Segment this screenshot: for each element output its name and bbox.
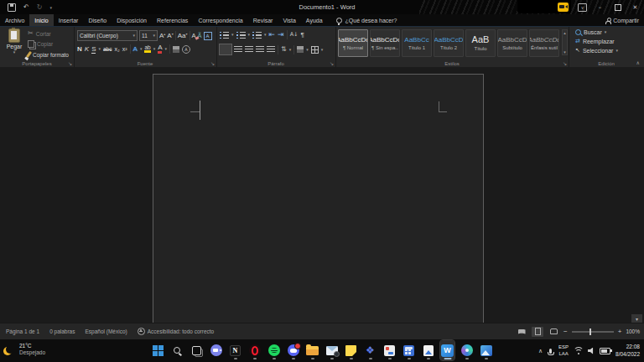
cut-button[interactable]: ✂ Cortar <box>28 30 69 37</box>
taskbar-spotify-icon[interactable] <box>267 340 281 360</box>
save-icon[interactable] <box>8 3 16 12</box>
styles-dialog-launcher-icon[interactable]: ↘ <box>563 60 567 66</box>
style-subtitle[interactable]: AaBbCcD Subtítulo <box>497 29 527 57</box>
font-family-select[interactable]: Calibri (Cuerpo) ▾ <box>77 30 138 41</box>
clipboard-dialog-launcher-icon[interactable]: ↘ <box>68 60 72 66</box>
superscript-button[interactable]: x² <box>122 46 127 52</box>
collapse-ribbon-icon[interactable]: ∧ <box>636 59 640 65</box>
style-normal[interactable]: AaBbCcDd ¶ Normal <box>338 29 368 57</box>
tab-inicio[interactable]: Inicio <box>29 14 53 26</box>
text-effects-dropdown-icon[interactable]: ▾ <box>140 47 143 51</box>
highlight-dropdown-icon[interactable]: ▾ <box>153 47 156 51</box>
taskbar-calculator-app-icon[interactable] <box>402 340 416 360</box>
speaker-icon[interactable] <box>588 348 595 354</box>
taskbar-teams-chat-icon[interactable] <box>209 340 223 360</box>
subscript-button[interactable]: x₂ <box>114 46 119 52</box>
decrease-indent-icon[interactable]: ⇤ <box>269 31 276 39</box>
text-effects-button[interactable]: A <box>133 45 138 53</box>
font-dialog-launcher-icon[interactable]: ↘ <box>210 60 215 66</box>
text-highlight-button[interactable]: ab <box>144 45 150 54</box>
tab-correspondencia[interactable]: Correspondencia <box>193 14 247 26</box>
document-page[interactable] <box>153 74 484 323</box>
replace-button[interactable]: ⇄ Reemplazar <box>575 39 618 44</box>
italic-button[interactable]: K <box>85 45 89 53</box>
taskbar-photos-icon[interactable] <box>479 340 493 360</box>
maximize-button[interactable] <box>609 0 626 14</box>
justify-icon[interactable] <box>256 46 264 53</box>
battery-icon[interactable] <box>600 348 610 354</box>
wifi-icon[interactable] <box>574 347 583 354</box>
scroll-up-icon[interactable]: ▴ <box>564 30 566 35</box>
close-button[interactable]: ✕ <box>626 0 644 14</box>
tab-revisar[interactable]: Revisar <box>248 14 278 26</box>
style-no-spacing[interactable]: AaBbCcDd ¶ Sin espa... <box>370 29 400 57</box>
taskbar-discord-icon[interactable] <box>286 340 300 360</box>
taskbar-notion-icon[interactable]: N <box>228 340 242 360</box>
style-heading-2[interactable]: AaBbCcD Título 2 <box>434 29 464 57</box>
accessibility-status[interactable]: Accesibilidad: todo correcto <box>138 328 215 335</box>
taskbar-gallery-app-icon[interactable] <box>421 340 435 360</box>
taskbar-file-explorer-icon[interactable] <box>305 340 319 360</box>
shrink-font-button[interactable]: A▾ <box>167 33 173 39</box>
paragraph-dialog-launcher-icon[interactable]: ↘ <box>330 60 334 66</box>
multilevel-list-icon[interactable] <box>252 31 262 39</box>
paste-dropdown-icon[interactable]: ▾ <box>13 50 16 54</box>
paste-button[interactable]: Pegar ▾ <box>3 28 26 59</box>
format-painter-button[interactable]: Copiar formato <box>28 51 69 58</box>
underline-button[interactable]: S <box>91 45 96 54</box>
align-right-icon[interactable] <box>245 46 253 53</box>
word-count-status[interactable]: 0 palabras <box>49 328 75 334</box>
scrollbar-down-arrow[interactable]: ▾ <box>631 314 642 323</box>
font-color-button[interactable]: A <box>158 44 162 54</box>
weather-widget[interactable]: 21°C Despejado <box>6 343 45 356</box>
align-center-icon[interactable] <box>234 46 242 53</box>
taskbar-search-icon[interactable] <box>170 340 184 360</box>
zoom-level[interactable]: 100% <box>626 328 640 334</box>
undo-icon[interactable]: ↶ <box>23 4 29 11</box>
language-indicator[interactable]: ESP LAA <box>558 344 569 357</box>
tab-diseno[interactable]: Diseño <box>83 14 112 26</box>
numbering-icon[interactable] <box>236 31 246 39</box>
bold-button[interactable]: N <box>77 45 82 53</box>
styles-more-icon[interactable]: ▾ <box>564 49 566 54</box>
character-shading-icon[interactable] <box>173 46 179 53</box>
find-button[interactable]: Buscar ▾ <box>575 29 618 35</box>
taskbar-snip-app-icon[interactable] <box>382 340 397 360</box>
web-layout-button[interactable] <box>548 327 559 337</box>
borders-icon[interactable] <box>311 46 319 54</box>
zoom-out-button[interactable]: − <box>564 328 568 335</box>
find-dropdown-icon[interactable]: ▾ <box>605 30 607 34</box>
taskbar-start-icon[interactable] <box>151 340 165 360</box>
hidden-icons-chevron-icon[interactable]: ∧ <box>538 348 543 354</box>
zoom-slider[interactable] <box>572 331 614 333</box>
tell-me-search[interactable]: ¿Qué desea hacer? <box>328 14 397 26</box>
tab-insertar[interactable]: Insertar <box>54 14 84 26</box>
font-size-select[interactable]: 11 ▾ <box>139 30 158 41</box>
taskbar-crystal-app-icon[interactable]: ❖ <box>363 340 377 360</box>
distribute-icon[interactable] <box>267 46 275 53</box>
tab-vista[interactable]: Vista <box>278 14 300 26</box>
read-mode-button[interactable] <box>516 327 527 337</box>
align-left-icon[interactable] <box>220 44 231 54</box>
grow-font-button[interactable]: A▴ <box>159 33 165 39</box>
change-case-button[interactable]: Aa▾ <box>178 33 188 39</box>
taskbar-paint-3d-icon[interactable] <box>460 340 474 360</box>
clear-formatting-icon[interactable]: A <box>192 32 196 39</box>
tab-archivo[interactable]: Archivo <box>0 14 29 26</box>
tab-referencias[interactable]: Referencias <box>152 14 193 26</box>
taskbar-opera-icon[interactable] <box>247 340 262 360</box>
ribbon-display-options-button[interactable]: ∨ <box>574 0 591 14</box>
share-button[interactable]: Compartir <box>605 14 639 26</box>
increase-indent-icon[interactable]: ⇥ <box>278 31 284 39</box>
select-button[interactable]: ↖ Seleccionar ▾ <box>575 48 618 54</box>
language-status[interactable]: Español (México) <box>85 328 127 334</box>
select-dropdown-icon[interactable]: ▾ <box>615 49 618 53</box>
page-count-status[interactable]: Página 1 de 1 <box>6 328 39 334</box>
styles-gallery-scroll[interactable]: ▴ ▾ <box>562 29 568 55</box>
enclose-characters-icon[interactable]: A <box>182 45 190 54</box>
minimize-button[interactable]: – <box>591 0 609 14</box>
taskbar-sticky-notes-icon[interactable] <box>344 340 358 360</box>
copy-button[interactable]: Copiar <box>28 40 69 48</box>
character-border-icon[interactable]: A <box>204 32 212 40</box>
customize-qat-icon[interactable]: ▾ <box>49 5 52 10</box>
